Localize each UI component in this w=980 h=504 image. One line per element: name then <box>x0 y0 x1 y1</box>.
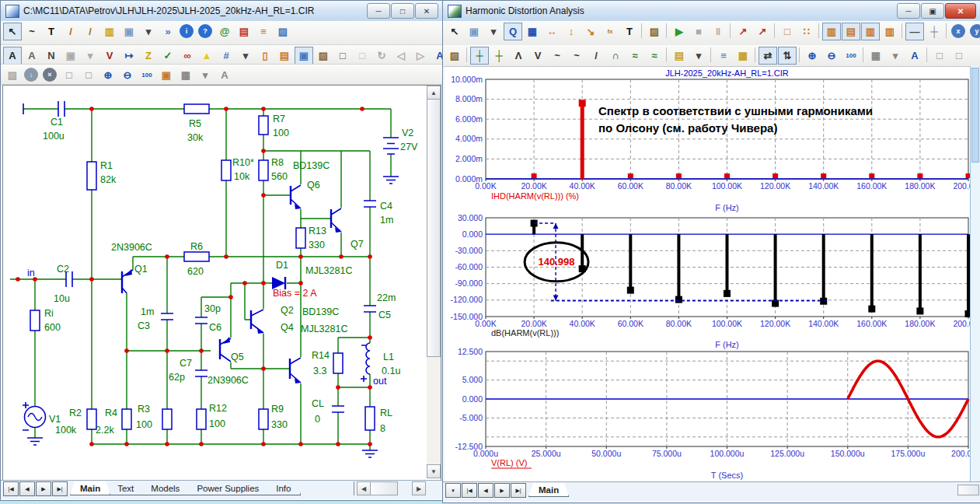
zoom-out-icon[interactable]: ⊖ <box>118 66 137 84</box>
sheet-tab-power-supplies[interactable]: Power Supplies <box>187 481 269 495</box>
maximize-button[interactable]: □ <box>391 3 414 19</box>
annotate-icon[interactable]: » <box>159 23 177 40</box>
pin-connection-icon[interactable]: ∞ <box>178 47 197 65</box>
component-dropdown-icon[interactable]: ▾ <box>139 23 158 40</box>
plot-area[interactable]: 0.000m2.000m4.000m6.000m8.000m10.000m0.0… <box>445 66 970 482</box>
wire-mode-icon[interactable]: ~ <box>23 23 41 40</box>
properties-icon[interactable]: ▨ <box>314 47 333 65</box>
minimize-button[interactable]: ─ <box>897 3 920 19</box>
tracker-box-icon[interactable]: ┼ <box>925 23 943 40</box>
warning-icon[interactable]: ▲ <box>197 47 216 65</box>
global-low-icon[interactable]: ≈ <box>645 47 664 65</box>
grid-dropdown-icon[interactable]: ▾ <box>236 47 255 65</box>
search-icon[interactable]: A <box>431 47 443 65</box>
schematic-hscrollbar[interactable]: ◀ ▶ <box>354 481 441 495</box>
select-tool-icon[interactable]: ↖ <box>3 23 22 40</box>
info-icon[interactable]: i <box>180 24 194 38</box>
flip-vertical-icon[interactable]: ▷ <box>411 47 430 65</box>
close-button[interactable]: ✕ <box>415 3 438 19</box>
sheet-tab-main[interactable]: Main <box>70 481 110 495</box>
zoom-out-icon[interactable]: ⊖ <box>822 47 841 65</box>
font-icon[interactable]: A <box>215 66 234 84</box>
cursor-mode-icon[interactable]: ┼ <box>470 47 489 65</box>
stop-circle-icon[interactable]: × <box>43 68 57 82</box>
vertical-grid2-icon[interactable]: ▥ <box>881 23 899 40</box>
grid-icon[interactable]: # <box>217 47 235 65</box>
token-points-icon[interactable]: ↗ <box>753 23 772 40</box>
data-points-icon[interactable]: ↗ <box>734 23 752 40</box>
prev-sheet-button[interactable]: ◀ <box>19 481 35 496</box>
schematic-vscrollbar[interactable]: ▲ ▼ <box>427 86 441 478</box>
properties-icon[interactable]: ▨ <box>645 23 664 40</box>
model-check-icon[interactable]: ▤ <box>235 23 253 40</box>
rotate-icon[interactable]: ↻ <box>372 47 391 65</box>
zoom-in-icon[interactable]: ⊕ <box>99 66 117 84</box>
component-cube-icon[interactable]: ▣ <box>465 23 483 40</box>
node-voltages-icon[interactable]: V <box>100 47 119 65</box>
go-to-x-icon[interactable]: ≡ <box>714 47 733 65</box>
ruler-box-icon[interactable]: □ <box>778 23 797 40</box>
wire-text-icon[interactable]: A <box>23 47 41 65</box>
inflection-icon[interactable]: ∩ <box>606 47 625 65</box>
analysis-hscroll-thumb[interactable] <box>957 485 979 495</box>
page-list-button[interactable]: ▾ <box>445 483 461 498</box>
node-numbers-icon[interactable]: N <box>42 47 61 65</box>
valley-icon[interactable]: V <box>528 47 547 65</box>
text-tool-icon[interactable]: T <box>42 23 61 40</box>
zoom-in-icon[interactable]: ⊕ <box>803 47 821 65</box>
scale-y-icon[interactable]: ↕ <box>562 23 581 40</box>
horizontal-grid-icon[interactable]: ▥ <box>822 23 841 40</box>
flip-horizontal-icon[interactable]: ◁ <box>392 47 410 65</box>
new-doc-icon[interactable]: ▯ <box>256 47 274 65</box>
stop-icon[interactable]: ■ <box>689 23 708 40</box>
minus-box-icon[interactable]: — <box>905 23 924 40</box>
formula-text-icon[interactable]: fx <box>601 23 619 40</box>
edit-doc-icon[interactable]: ▨ <box>274 23 292 40</box>
condition-icon[interactable]: ✓ <box>159 47 177 65</box>
prev-page-button[interactable]: ◀ <box>478 483 493 498</box>
step-down-icon[interactable]: ↓ <box>24 68 38 82</box>
go-to-performance-icon[interactable]: ▦ <box>734 47 752 65</box>
last-sheet-button[interactable]: ▶| <box>52 481 68 496</box>
sheet-tab-models[interactable]: Models <box>141 481 190 495</box>
high-icon[interactable]: ~ <box>548 47 567 65</box>
copy-dropdown-icon[interactable]: ▾ <box>81 47 99 65</box>
zoom-100-icon[interactable]: 100 <box>138 66 156 84</box>
sheet-tab-info[interactable]: Info <box>266 481 301 495</box>
pause-icon[interactable]: ‖ <box>709 23 727 40</box>
horizontal-tag-icon[interactable]: ┼ <box>490 47 508 65</box>
next-sheet-button[interactable]: ▶ <box>36 481 51 496</box>
zoom-axes-x-icon[interactable]: ⇄ <box>759 47 777 65</box>
tile-plots-icon[interactable]: ▦ <box>867 47 885 65</box>
send-back-icon[interactable]: □ <box>950 47 968 65</box>
sheet-tab-text[interactable]: Text <box>107 481 144 495</box>
global-high-icon[interactable]: ≈ <box>626 47 644 65</box>
bus-icon[interactable]: ▥ <box>100 23 119 40</box>
grid-view-icon[interactable]: ▦ <box>176 66 195 84</box>
attribute-text-icon[interactable]: A <box>3 47 22 65</box>
clipboard-dropdown-icon[interactable]: ▾ <box>689 47 708 65</box>
schematic-canvas[interactable]: C1100uR530kR182kR7100V227VR10*10kR8560BD… <box>2 85 441 481</box>
point-tag-icon[interactable]: ↘ <box>581 23 600 40</box>
select-tool-icon[interactable]: ↖ <box>445 23 464 40</box>
graph-mode-icon[interactable]: ▦ <box>523 23 542 40</box>
zoom-100-icon[interactable]: 100 <box>842 47 860 65</box>
bring-front-icon[interactable]: □ <box>930 47 949 65</box>
close-button[interactable]: ✕ <box>945 3 976 19</box>
schematic-titlebar[interactable]: C:\MC11\DATA\Petrov\JLH\JLH-2025\JLH-202… <box>1 1 443 22</box>
maximize-button[interactable]: ▣ <box>921 3 944 19</box>
arc-tool-icon[interactable]: / <box>81 23 99 40</box>
y-cursor-icon[interactable]: y <box>970 24 980 38</box>
info-page-icon[interactable]: ▨ <box>3 66 22 84</box>
analysis-limits-icon[interactable]: ▨ <box>445 47 464 65</box>
text-tool-icon[interactable]: T <box>620 23 639 40</box>
copy-icon[interactable]: ▣ <box>61 47 80 65</box>
low-icon[interactable]: ~ <box>567 47 586 65</box>
line-tool-icon[interactable]: / <box>61 23 80 40</box>
scale-x-icon[interactable]: ↔ <box>542 23 561 40</box>
page-tab-main[interactable]: Main <box>528 483 569 497</box>
peak-icon[interactable]: Λ <box>509 47 528 65</box>
font-icon[interactable]: A <box>905 47 924 65</box>
run-icon[interactable]: ▶ <box>670 23 689 40</box>
clipboard-icon[interactable]: ▤ <box>670 47 689 65</box>
